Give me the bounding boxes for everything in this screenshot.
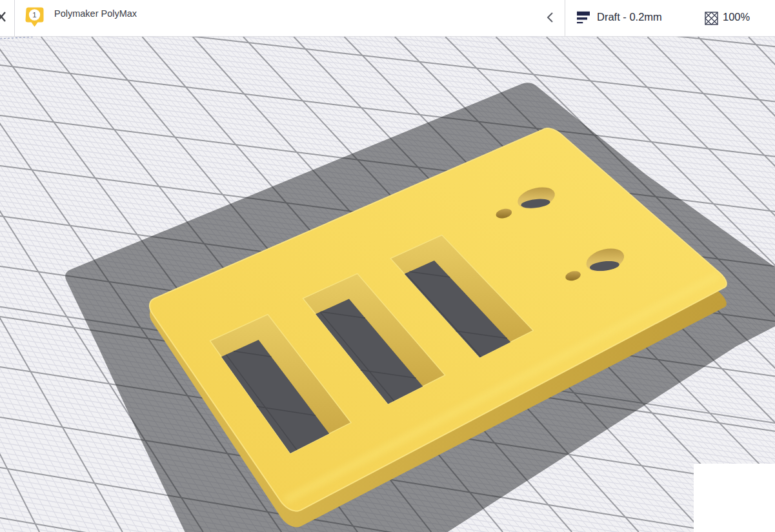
svg-text:1: 1 (32, 11, 36, 19)
